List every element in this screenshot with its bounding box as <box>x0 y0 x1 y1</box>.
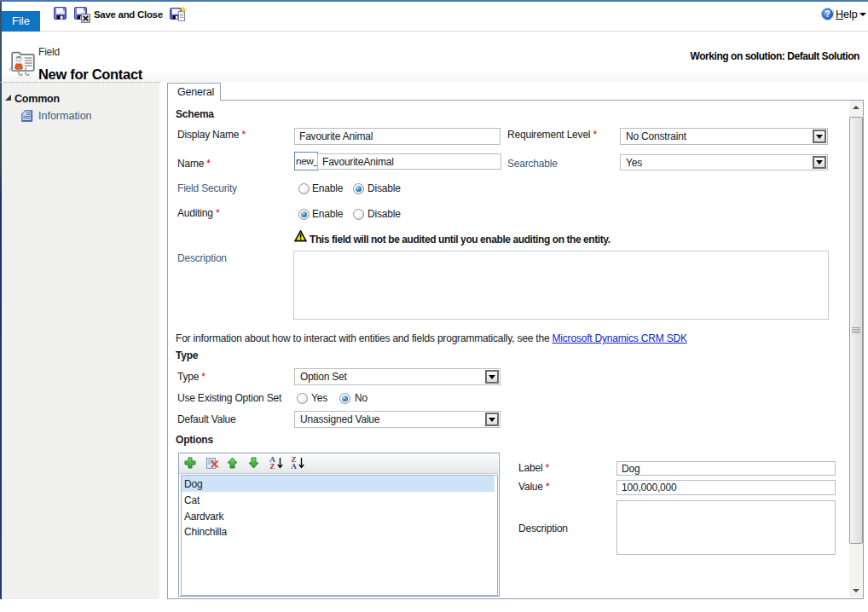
svg-text:?: ? <box>825 9 830 19</box>
